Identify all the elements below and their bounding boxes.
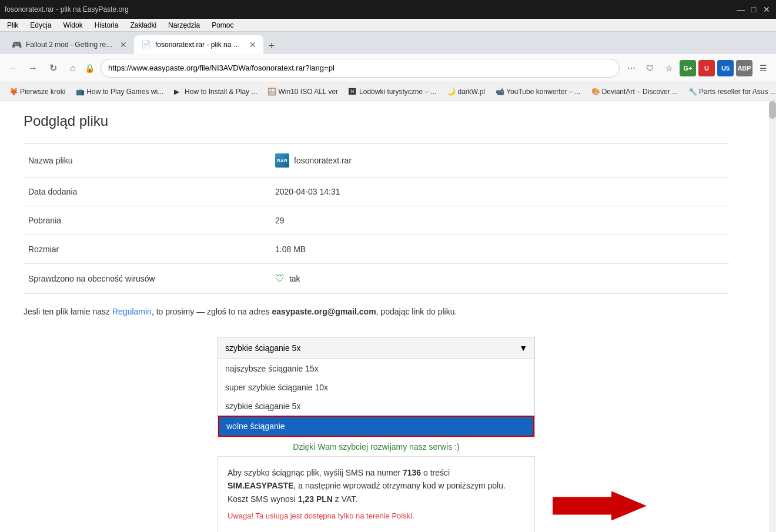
bookmark-win10[interactable]: 🪟 Win10 ISO ALL ver xyxy=(263,85,343,98)
ext-badge-green[interactable]: G+ xyxy=(680,60,696,76)
bookmark-favicon-7: 🎨 xyxy=(591,88,600,96)
tab-bar: 🎮 Fallout 2 mod - Getting ready f ✕ 📄 fo… xyxy=(0,32,776,54)
minimize-button[interactable]: — xyxy=(736,5,745,14)
bookmark-deviantart[interactable]: 🎨 DeviantArt – Discover ... xyxy=(587,85,683,98)
menu-historia[interactable]: Historia xyxy=(90,20,123,31)
address-bar: ← → ↻ ⌂ 🔒 ⋯ 🛡 ☆ G+ U U5 ABP ☰ xyxy=(0,54,776,82)
ext-badge-red[interactable]: U xyxy=(698,60,715,76)
star-icon[interactable]: ☆ xyxy=(661,60,677,76)
bookmark-parts[interactable]: 🔧 Parts reseller for Asus ... xyxy=(684,85,776,98)
forward-button[interactable]: → xyxy=(25,60,41,76)
window-titlebar: fosonoratext.rar - plik na EasyPaste.org… xyxy=(0,0,776,19)
address-input[interactable] xyxy=(101,59,620,78)
bookmark-label-4: Lodówki turystyczne – ... xyxy=(359,88,436,96)
bookmark-favicon-3: 🪟 xyxy=(267,88,276,96)
dropdown-option-0[interactable]: najszybsze ściąganie 15x xyxy=(218,359,534,378)
back-button[interactable]: ← xyxy=(5,60,21,76)
ext-badge-adblock[interactable]: ABP xyxy=(736,60,752,76)
dropdown-arrow-icon: ▼ xyxy=(519,343,527,353)
menu-pomoc[interactable]: Pomoc xyxy=(207,20,238,31)
bookmark-lodowki[interactable]: 🅼 Lodówki turystyczne – ... xyxy=(344,85,441,98)
file-info-table: Nazwa pliku RAR fosonoratext.rar Data do… xyxy=(24,143,729,294)
svg-marker-0 xyxy=(553,491,647,520)
download-section-wrapper: szybkie ściąganie 5x ▼ najszybsze ściąga… xyxy=(24,337,729,532)
menu-widok[interactable]: Widok xyxy=(58,20,87,31)
tab-easypaste[interactable]: 📄 fosonoratext.rar - plik na EasyP ✕ xyxy=(134,35,263,54)
extensions-icon[interactable]: ⋯ xyxy=(623,60,640,76)
rar-icon: RAR xyxy=(275,153,289,168)
menu-plik[interactable]: Plik xyxy=(2,20,23,31)
bookmark-favicon-8: 🔧 xyxy=(688,88,697,96)
email-bold: easypaste.org@gmail.com xyxy=(272,307,376,316)
refresh-button[interactable]: ↻ xyxy=(45,60,61,76)
bookmark-label-6: YouTube konwerter – ... xyxy=(506,88,581,96)
sms-code: SIM.EASYPASTE xyxy=(228,481,294,490)
bookmark-favicon-5: 🌙 xyxy=(447,88,455,96)
ext-badge-blue[interactable]: U5 xyxy=(717,60,734,76)
menu-narzedzia[interactable]: Narzędzia xyxy=(163,20,205,31)
dropdown-options-list: najszybsze ściąganie 15x super szybkie ś… xyxy=(218,359,535,437)
tab-favicon-easypaste: 📄 xyxy=(141,40,150,49)
dropdown-option-3[interactable]: wolne ściąganie xyxy=(218,416,534,437)
scrollbar-track[interactable] xyxy=(769,101,776,532)
bookmark-label-5: darkW.pl xyxy=(457,88,485,96)
red-arrow-container xyxy=(553,491,647,522)
menu-zakladki[interactable]: Zakładki xyxy=(125,20,161,31)
bookmark-favicon-4: 🅼 xyxy=(349,88,357,96)
regulamin-link[interactable]: Regulamin xyxy=(112,307,152,316)
table-row-date: Data dodania 2020-04-03 14:31 xyxy=(24,178,729,206)
sms-cost: 1,23 PLN xyxy=(298,494,333,504)
field-label-date: Data dodania xyxy=(24,178,270,206)
new-tab-button[interactable]: + xyxy=(263,38,280,54)
tab-favicon-fallout: 🎮 xyxy=(12,40,21,49)
tab-title-easypaste: fosonoratext.rar - plik na EasyP xyxy=(155,41,245,49)
field-label-virus: Sprawdzono na obecność wirusów xyxy=(24,264,270,294)
field-value-downloads: 29 xyxy=(270,206,729,235)
download-dropdown[interactable]: szybkie ściąganie 5x ▼ xyxy=(218,337,535,359)
bookmark-pierwsze-kroki[interactable]: 🦊 Pierwsze kroki xyxy=(5,85,70,98)
dropdown-option-1[interactable]: super szybkie ściąganie 10x xyxy=(218,378,534,397)
tab-close-fallout[interactable]: ✕ xyxy=(120,40,127,49)
notice-text: Jesli ten plik łamie nasz Regulamin, to … xyxy=(24,306,729,318)
page-inner: Podgląd pliku Nazwa pliku RAR fosonorate… xyxy=(0,101,752,532)
maximize-button[interactable]: □ xyxy=(749,5,758,14)
bookmark-darkw[interactable]: 🌙 darkW.pl xyxy=(442,85,490,98)
bookmark-label-0: Pierwsze kroki xyxy=(20,88,65,96)
hamburger-icon[interactable]: ☰ xyxy=(755,60,771,76)
menu-edycja[interactable]: Edycja xyxy=(25,20,56,31)
menu-bar: Plik Edycja Widok Historia Zakładki Narz… xyxy=(0,19,776,32)
field-value-size: 1.08 MB xyxy=(270,235,729,264)
bookmark-label-3: Win10 ISO ALL ver xyxy=(278,88,338,96)
field-value-date: 2020-04-03 14:31 xyxy=(270,178,729,206)
field-label-size: Rozmiar xyxy=(24,235,270,264)
bookmark-label-1: How to Play Games wi... xyxy=(86,88,163,96)
bookmark-label-8: Parts reseller for Asus ... xyxy=(699,88,776,96)
tab-close-easypaste[interactable]: ✕ xyxy=(249,40,256,49)
shield-toolbar-icon[interactable]: 🛡 xyxy=(642,60,658,76)
scrollbar-thumb[interactable] xyxy=(769,101,776,119)
sms-section: Aby szybko ściągnąc plik, wyślij SMS na … xyxy=(218,456,535,532)
sms-number: 7136 xyxy=(403,468,421,477)
virus-check-text: tak xyxy=(289,274,300,283)
page-title: Podgląd pliku xyxy=(24,113,729,129)
bookmark-how-to-play[interactable]: 📺 How to Play Games wi... xyxy=(71,85,168,98)
close-button[interactable]: ✕ xyxy=(762,5,771,14)
bookmark-how-to-install[interactable]: ▶ How to Install & Play ... xyxy=(169,85,262,98)
window-controls: — □ ✕ xyxy=(736,5,771,14)
bookmark-label-7: DeviantArt – Discover ... xyxy=(602,88,678,96)
field-label-downloads: Pobrania xyxy=(24,206,270,235)
bookmark-favicon-1: 📺 xyxy=(76,88,84,96)
bookmark-favicon-2: ▶ xyxy=(174,88,182,96)
field-label-filename: Nazwa pliku xyxy=(24,144,270,178)
bookmark-favicon-0: 🦊 xyxy=(9,88,18,96)
table-row-size: Rozmiar 1.08 MB xyxy=(24,235,729,264)
bookmark-youtube[interactable]: 📹 YouTube konwerter – ... xyxy=(491,85,586,98)
bookmark-label-2: How to Install & Play ... xyxy=(185,88,257,96)
table-row-downloads: Pobrania 29 xyxy=(24,206,729,235)
filename-text: fosonoratext.rar xyxy=(294,156,352,165)
home-button[interactable]: ⌂ xyxy=(65,60,81,76)
tab-fallout[interactable]: 🎮 Fallout 2 mod - Getting ready f ✕ xyxy=(5,35,134,54)
window-title: fosonoratext.rar - plik na EasyPaste.org xyxy=(5,5,129,14)
field-value-virus: 🛡 tak xyxy=(270,264,729,294)
dropdown-option-2[interactable]: szybkie ściąganie 5x xyxy=(218,397,534,416)
